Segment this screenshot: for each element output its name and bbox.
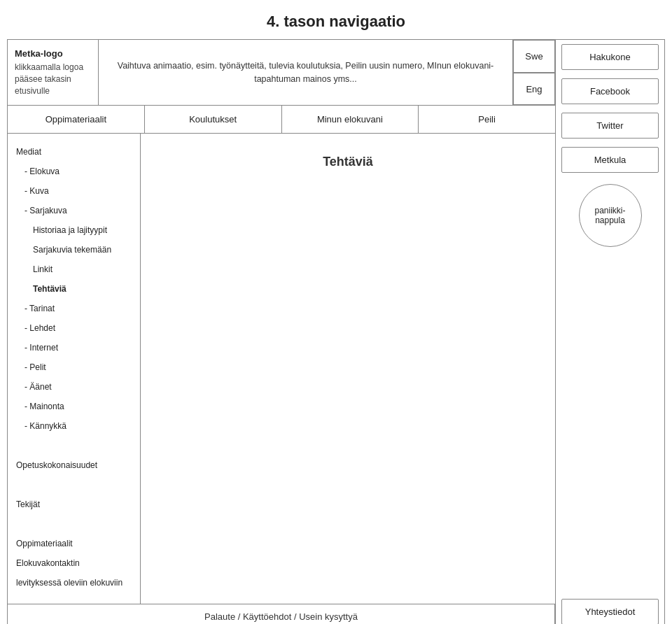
nav-item-oppimateriaalit[interactable]: Oppimateriaalit	[8, 106, 145, 133]
menu-historiaa: Historiaa ja lajityypit	[16, 222, 132, 239]
logo-desc: klikkaamalla logoa pääsee takasin etusiv…	[15, 62, 91, 97]
nav-item-peili[interactable]: Peili	[419, 106, 555, 133]
menu-tekijat: Tekijät	[16, 496, 132, 513]
menu-sarjakuvia: Sarjakuvia tekemään	[16, 241, 132, 258]
menu-spacer1	[16, 440, 132, 457]
main-content: Tehtäviä	[141, 134, 555, 604]
logo-box: Metka-logo klikkaamalla logoa pääsee tak…	[8, 40, 99, 105]
menu-kannykkä: - Kännykkä	[16, 418, 132, 434]
lang-box: Swe Eng	[513, 40, 555, 105]
menu-opetuskokonaisuudet: Opetuskokonaisuudet	[16, 457, 132, 474]
yhteystiedot-button[interactable]: Yhteystiedot	[561, 599, 659, 624]
menu-sarjakuva: - Sarjakuva	[16, 202, 132, 219]
footer-row: Palaute / Käyttöehdot / Usein kysyttyä	[8, 604, 555, 624]
nav-item-koulutukset[interactable]: Koulutukset	[145, 106, 282, 133]
metkula-button[interactable]: Metkula	[561, 147, 659, 173]
main-area: Metka-logo klikkaamalla logoa pääsee tak…	[8, 40, 556, 624]
menu-tarinat: - Tarinat	[16, 300, 132, 317]
footer-links[interactable]: Palaute / Käyttöehdot / Usein kysyttyä	[8, 604, 555, 624]
page-title: 4. tason navigaatio	[0, 0, 672, 39]
nav-row: Oppimateriaalit Koulutukset Minun elokuv…	[8, 106, 555, 134]
menu-elokuva: - Elokuva	[16, 163, 132, 180]
menu-spacer3	[16, 518, 132, 535]
menu-levityksessa: levityksessä oleviin elokuviin	[16, 574, 132, 591]
facebook-button[interactable]: Facebook	[561, 78, 659, 104]
menu-internet: - Internet	[16, 339, 132, 356]
lang-swe-button[interactable]: Swe	[513, 40, 555, 73]
menu-tehtavia[interactable]: Tehtäviä	[16, 281, 132, 297]
menu-kuva: - Kuva	[16, 183, 132, 199]
lang-eng-button[interactable]: Eng	[513, 73, 555, 106]
menu-aanet: - Äänet	[16, 378, 132, 395]
menu-oppimateriaalit2: Oppimateriaalit	[16, 535, 132, 552]
right-sidebar-spacer	[556, 254, 664, 595]
center-content-box: Vaihtuva animaatio, esim. työnäytteitä, …	[99, 40, 513, 105]
menu-mainonta: - Mainonta	[16, 398, 132, 415]
menu-elokuvakontaktin: Elokuvakontaktin	[16, 555, 132, 572]
main-content-title: Tehtäviä	[323, 155, 373, 169]
menu-lehdet: - Lehdet	[16, 320, 132, 336]
sidebar-menu: Mediat - Elokuva - Kuva - Sarjakuva Hist…	[8, 134, 141, 604]
menu-linkit: Linkit	[16, 261, 132, 278]
outer-wrapper: Metka-logo klikkaamalla logoa pääsee tak…	[7, 39, 665, 624]
menu-pelit: - Pelit	[16, 359, 132, 376]
menu-spacer2	[16, 479, 132, 496]
nav-item-minun-elokuvani[interactable]: Minun elokuvani	[282, 106, 419, 133]
paniikki-button[interactable]: paniikki- nappula	[579, 184, 642, 247]
header-row: Metka-logo klikkaamalla logoa pääsee tak…	[8, 40, 555, 106]
menu-mediat: Mediat	[16, 143, 132, 160]
twitter-button[interactable]: Twitter	[561, 113, 659, 139]
right-sidebar: Hakukone Facebook Twitter Metkula paniik…	[556, 40, 664, 624]
logo-title: Metka-logo	[15, 48, 91, 59]
hakukone-button[interactable]: Hakukone	[561, 44, 659, 70]
content-row: Mediat - Elokuva - Kuva - Sarjakuva Hist…	[8, 134, 555, 604]
